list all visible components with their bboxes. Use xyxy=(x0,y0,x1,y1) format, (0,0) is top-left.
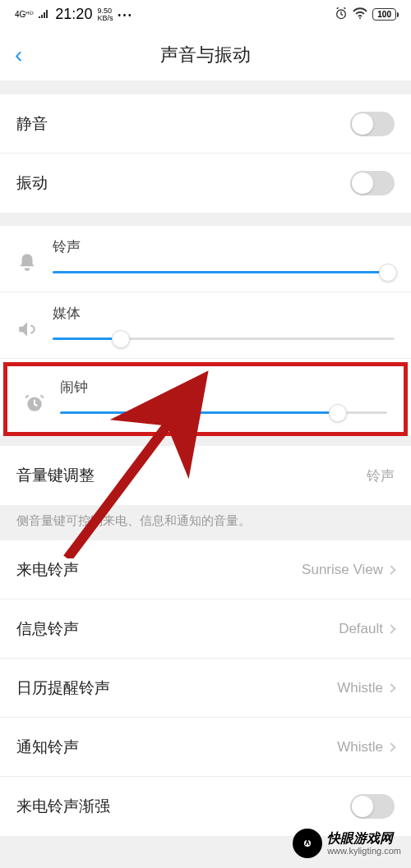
media-slider[interactable] xyxy=(53,338,395,340)
call-ringtone-label: 来电铃声 xyxy=(16,559,79,581)
back-button[interactable]: ‹ xyxy=(15,42,22,68)
alarm-slider-label: 闹钟 xyxy=(60,378,387,397)
page-title: 声音与振动 xyxy=(0,43,411,67)
call-ringtone-row[interactable]: 来电铃声 Sunrise View xyxy=(0,540,411,599)
mute-label: 静音 xyxy=(16,113,48,135)
watermark: 快眼游戏网 www.kyligting.com xyxy=(293,829,401,858)
watermark-title: 快眼游戏网 xyxy=(327,830,401,846)
message-ringtone-label: 信息铃声 xyxy=(16,618,79,640)
notification-ringtone-value: Whistle xyxy=(337,739,383,755)
header: ‹ 声音与振动 xyxy=(0,29,411,81)
chevron-right-icon xyxy=(386,742,395,751)
ringtone-slider[interactable] xyxy=(53,271,395,273)
volume-key-hint: 侧音量键可控制来电、信息和通知的音量。 xyxy=(0,505,411,540)
status-left: 4Gᴴᴰ 21:20 9.50 KB/s xyxy=(15,6,131,23)
calendar-ringtone-value: Whistle xyxy=(337,680,383,696)
calendar-ringtone-label: 日历提醒铃声 xyxy=(16,677,110,699)
ascending-toggle[interactable] xyxy=(350,794,395,819)
chevron-right-icon xyxy=(386,624,395,633)
ringtone-slider-row: 铃声 xyxy=(0,226,411,292)
alarm-icon xyxy=(335,7,348,22)
volume-key-row[interactable]: 音量键调整 铃声 xyxy=(0,446,411,505)
volume-key-label: 音量键调整 xyxy=(16,465,95,486)
alarm-slider-row: 闹钟 xyxy=(7,366,404,432)
chevron-right-icon xyxy=(386,565,395,574)
bell-icon xyxy=(16,252,38,273)
status-time: 21:20 xyxy=(55,6,92,23)
battery-indicator: 100 xyxy=(372,8,396,21)
chevron-right-icon xyxy=(386,683,395,692)
status-bar: 4Gᴴᴰ 21:20 9.50 KB/s 100 xyxy=(0,0,411,29)
message-ringtone-row[interactable]: 信息铃声 Default xyxy=(0,599,411,659)
ascending-ringtone-row[interactable]: 来电铃声渐强 xyxy=(0,777,411,836)
ascending-ringtone-label: 来电铃声渐强 xyxy=(16,796,110,817)
network-indicator: 4Gᴴᴰ xyxy=(15,11,34,19)
media-slider-row: 媒体 xyxy=(0,292,411,359)
notification-ringtone-label: 通知铃声 xyxy=(16,737,79,758)
clock-icon xyxy=(24,393,45,414)
wifi-icon xyxy=(353,7,367,21)
calendar-ringtone-row[interactable]: 日历提醒铃声 Whistle xyxy=(0,659,411,718)
mute-row[interactable]: 静音 xyxy=(0,94,411,154)
data-speed: 9.50 KB/s xyxy=(97,7,113,22)
svg-point-0 xyxy=(359,17,361,19)
vibrate-label: 振动 xyxy=(16,172,48,194)
vibrate-row[interactable]: 振动 xyxy=(0,154,411,213)
media-slider-label: 媒体 xyxy=(53,304,395,323)
more-icon xyxy=(118,8,131,21)
watermark-icon xyxy=(293,829,322,858)
ringtone-slider-label: 铃声 xyxy=(53,237,395,256)
signal-icon xyxy=(39,8,50,21)
status-right: 100 xyxy=(335,7,396,22)
call-ringtone-value: Sunrise View xyxy=(302,562,383,578)
message-ringtone-value: Default xyxy=(339,621,383,637)
watermark-url: www.kyligting.com xyxy=(327,846,401,857)
volume-key-value: 铃声 xyxy=(367,466,395,485)
mute-toggle[interactable] xyxy=(350,112,395,136)
vibrate-toggle[interactable] xyxy=(350,171,395,195)
notification-ringtone-row[interactable]: 通知铃声 Whistle xyxy=(0,718,411,777)
speaker-icon xyxy=(16,319,38,340)
alarm-highlight: 闹钟 xyxy=(3,362,408,436)
alarm-slider[interactable] xyxy=(60,411,387,414)
